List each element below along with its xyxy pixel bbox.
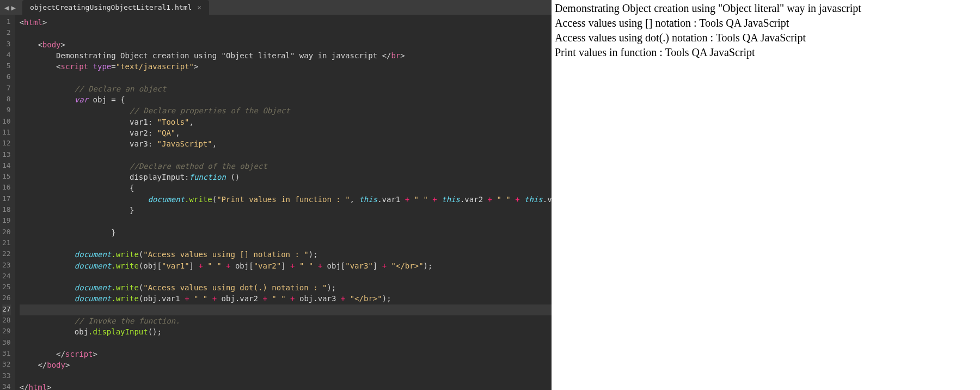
output-line: Demonstrating Object creation using "Obj…: [555, 1, 977, 16]
close-icon[interactable]: ×: [197, 3, 201, 11]
tab-bar: ◀ ▶ objectCreatingUsingObjectLiteral1.ht…: [0, 0, 552, 15]
nav-back-icon[interactable]: ◀: [4, 3, 9, 12]
editor-pane: ◀ ▶ objectCreatingUsingObjectLiteral1.ht…: [0, 0, 552, 390]
nav-arrows: ◀ ▶: [4, 3, 16, 12]
tab-filename: objectCreatingUsingObjectLiteral1.html: [30, 3, 192, 11]
nav-forward-icon[interactable]: ▶: [11, 3, 15, 12]
output-line: Access values using dot(.) notation : To…: [555, 31, 977, 45]
browser-output-pane: Demonstrating Object creation using "Obj…: [552, 0, 980, 390]
gutter: 1234567891011121314151617181920212223242…: [0, 15, 15, 390]
output-line: Access values using [] notation : Tools …: [555, 16, 977, 31]
output-line: Print values in function : Tools QA Java…: [555, 45, 977, 60]
code-area: 1234567891011121314151617181920212223242…: [0, 15, 552, 390]
code-content[interactable]: <html> <body> Demonstrating Object creat…: [15, 15, 552, 390]
file-tab[interactable]: objectCreatingUsingObjectLiteral1.html ×: [22, 0, 209, 15]
